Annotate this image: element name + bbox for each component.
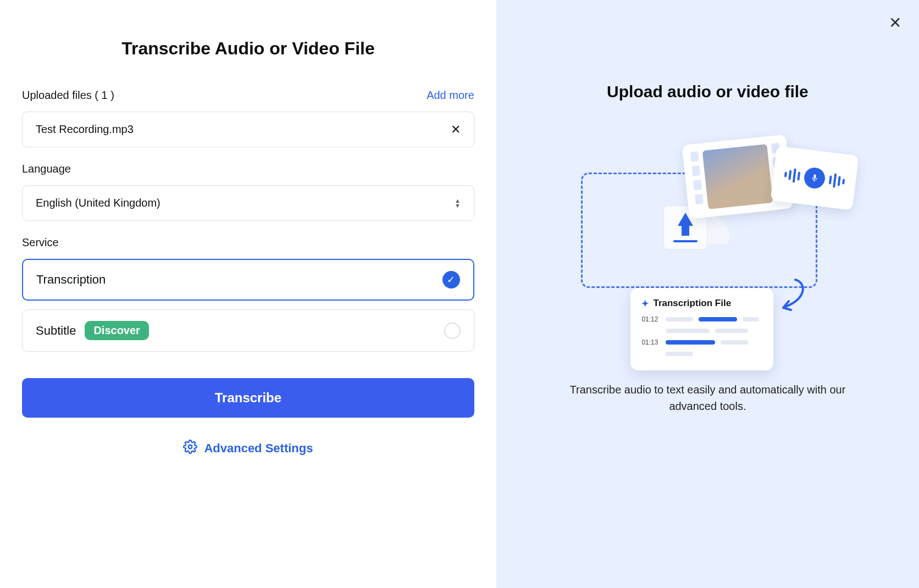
uploaded-files-section: Uploaded files ( 1 ) Add more Test Recor… [22,89,474,147]
arrow-icon [773,277,812,318]
service-option-label: Transcription [36,273,106,287]
language-label: Language [22,163,71,175]
close-icon: ✕ [451,123,461,136]
service-label: Service [22,236,59,249]
chevron-updown-icon: ▲▼ [455,198,461,208]
transcription-card-graphic: ✦ Transcription File 01:12 01:13 [630,288,773,370]
service-option-label: Subtitle [36,324,76,338]
add-more-link[interactable]: Add more [427,89,474,102]
advanced-settings-label: Advanced Settings [204,441,313,456]
remove-file-button[interactable]: ✕ [451,124,461,136]
language-select[interactable]: English (United Kingdom) ▲▼ [22,185,474,221]
file-name: Test Recording.mp3 [36,123,134,136]
dialog-container: Transcribe Audio or Video File Uploaded … [0,0,919,588]
close-dialog-button[interactable]: ✕ [889,15,901,31]
gear-icon [183,440,197,457]
transcription-card-title: Transcription File [653,298,731,309]
discover-badge: Discover [85,321,149,340]
page-title: Transcribe Audio or Video File [22,38,474,59]
svg-point-0 [189,445,192,449]
upload-illustration: ✦ Transcription File 01:12 01:13 [575,129,839,365]
right-panel-title: Upload audio or video file [607,82,809,101]
uploaded-files-label: Uploaded files ( 1 ) [22,89,114,102]
service-option-transcription[interactable]: Transcription ✓ [22,259,474,301]
sparkle-icon: ✦ [641,298,649,309]
radio-unchecked-icon [444,323,461,339]
transcribe-button[interactable]: Transcribe [22,378,474,418]
checkmark-icon: ✓ [442,271,460,289]
left-panel: Transcribe Audio or Video File Uploaded … [0,0,496,588]
right-panel-description: Transcribe audio to text easily and auto… [564,381,850,414]
service-section: Service Transcription ✓ Subtitle Discove… [22,236,474,352]
microphone-icon [803,167,826,190]
language-value: English (United Kingdom) [36,197,160,209]
audio-card-graphic [771,146,859,210]
language-section: Language English (United Kingdom) ▲▼ [22,163,474,221]
service-option-subtitle[interactable]: Subtitle Discover [22,309,474,352]
uploaded-file-row: Test Recording.mp3 ✕ [22,112,474,147]
close-icon: ✕ [889,14,901,31]
advanced-settings-link[interactable]: Advanced Settings [22,440,474,457]
right-panel: ✕ Upload audio or video file [496,0,919,588]
svg-rect-1 [814,180,815,182]
